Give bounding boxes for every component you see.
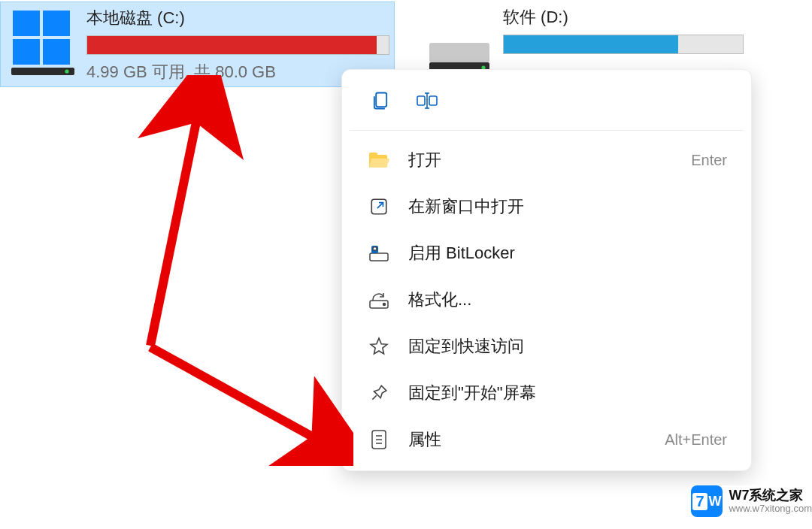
menu-item-bitlocker[interactable]: 启用 BitLocker <box>350 230 744 277</box>
drive-d-label: 软件 (D:) <box>503 6 744 29</box>
watermark-logo-icon: 7W <box>691 485 723 517</box>
menu-item-label: 在新窗口中打开 <box>408 195 727 218</box>
svg-point-21 <box>383 304 386 306</box>
svg-rect-16 <box>369 153 377 157</box>
svg-line-22 <box>372 395 376 399</box>
context-menu-toolbar <box>350 80 744 131</box>
menu-item-pin-start[interactable]: 固定到"开始"屏幕 <box>350 370 744 416</box>
rename-button[interactable] <box>411 85 443 116</box>
svg-rect-9 <box>376 93 386 107</box>
svg-line-28 <box>150 347 335 449</box>
watermark-badge: 7W W7系统之家 www.w7xitong.com <box>691 485 812 517</box>
menu-item-label: 固定到"开始"屏幕 <box>408 382 727 404</box>
menu-item-label: 格式化... <box>408 289 727 311</box>
svg-rect-18 <box>370 253 388 261</box>
os-drive-icon <box>5 5 80 79</box>
folder-open-icon <box>366 150 392 171</box>
menu-item-label: 启用 BitLocker <box>408 242 727 264</box>
svg-rect-0 <box>13 11 40 36</box>
menu-item-open-new-window[interactable]: 在新窗口中打开 <box>350 183 744 230</box>
menu-item-open[interactable]: 打开 Enter <box>350 137 744 183</box>
menu-item-label: 打开 <box>408 149 691 171</box>
watermark-title: W7系统之家 <box>729 488 812 503</box>
drive-c-usage-bar <box>86 35 389 55</box>
menu-item-properties[interactable]: 属性 Alt+Enter <box>350 416 744 463</box>
properties-icon <box>366 429 392 450</box>
watermark-url: www.w7xitong.com <box>729 503 812 515</box>
drive-c-tile[interactable]: 本地磁盘 (C:) 4.99 GB 可用, 共 80.0 GB <box>0 2 395 87</box>
svg-rect-10 <box>417 96 425 105</box>
svg-point-5 <box>65 69 68 73</box>
pin-start-icon <box>366 382 392 404</box>
copy-button[interactable] <box>365 85 396 116</box>
menu-item-label: 属性 <box>408 428 665 451</box>
format-icon <box>366 289 392 310</box>
svg-rect-11 <box>429 96 437 105</box>
svg-rect-6 <box>429 43 489 62</box>
menu-item-format[interactable]: 格式化... <box>350 277 744 323</box>
menu-item-label: 固定到快速访问 <box>408 335 727 358</box>
drive-c-label: 本地磁盘 (C:) <box>86 7 389 29</box>
svg-rect-3 <box>43 39 70 65</box>
pin-quick-access-icon <box>366 336 392 357</box>
menu-item-shortcut: Enter <box>691 152 727 169</box>
context-menu: 打开 Enter 在新窗口中打开 启用 BitLocker <box>341 69 752 471</box>
menu-item-pin-quick-access[interactable]: 固定到快速访问 <box>350 323 744 370</box>
annotation-arrow-icon <box>98 75 353 466</box>
svg-rect-2 <box>13 39 40 65</box>
drive-d-usage-bar <box>503 35 744 54</box>
hdd-drive-icon <box>422 5 497 78</box>
bitlocker-icon <box>366 243 392 264</box>
svg-rect-1 <box>43 11 70 36</box>
open-new-window-icon <box>366 196 392 217</box>
menu-item-shortcut: Alt+Enter <box>665 431 727 449</box>
svg-line-27 <box>150 96 201 346</box>
